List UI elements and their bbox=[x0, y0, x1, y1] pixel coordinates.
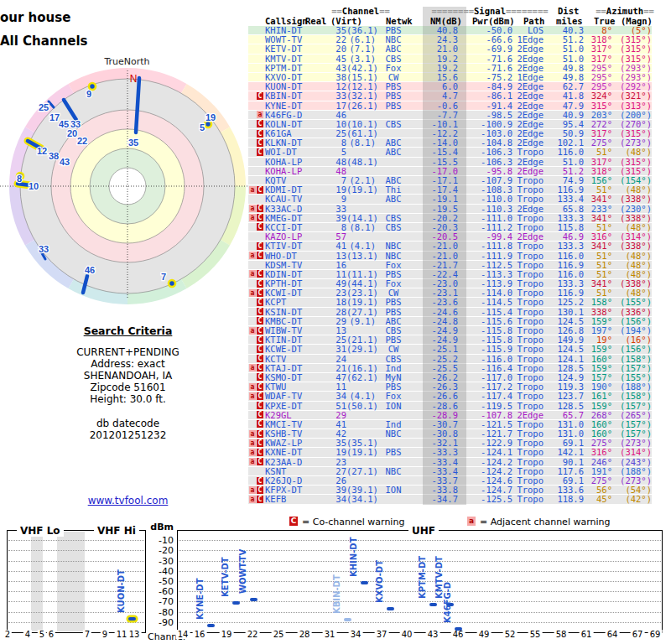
cell-pa: 2Edge bbox=[513, 138, 544, 147]
cell-azimuth-magn: (338°) bbox=[615, 214, 652, 222]
cell-nm: -24.9 bbox=[411, 326, 466, 335]
cell-azimuth-true: 338° bbox=[585, 308, 615, 316]
table-row[interactable]: aCKEFB34(34.1)-34.7-125.5Tropo118.945°(4… bbox=[248, 495, 652, 504]
cell-re: 8 bbox=[310, 223, 346, 231]
co-channel-warning-icon: C bbox=[257, 223, 263, 231]
cell-re: 24 bbox=[310, 355, 346, 363]
cell-nm: -33.7 bbox=[411, 476, 466, 485]
station-signal-marker[interactable] bbox=[128, 617, 136, 621]
cell-azimuth-true: 160° bbox=[585, 429, 615, 438]
table-row[interactable]: KYNE-DT17(26.1)PBS-0.6-91.42Edge47.9315°… bbox=[248, 101, 652, 111]
polar-title: our house bbox=[0, 10, 254, 25]
cell-pw: -112.5 bbox=[466, 261, 513, 269]
cell-pa: 2Edge bbox=[513, 129, 544, 138]
cell-nm: -20.3 bbox=[411, 223, 466, 231]
cell-pa: Tropo bbox=[513, 486, 544, 494]
table-row[interactable]: KETV-DT20(7.1)ABC21.0-69.92Edge51.0317°(… bbox=[248, 44, 652, 54]
station-signal-marker[interactable] bbox=[232, 601, 240, 605]
cell-mi: 124.1 bbox=[544, 355, 585, 363]
cell-nm: -23.6 bbox=[411, 298, 466, 306]
table-row[interactable]: CWOI-DT5ABC-15.4-106.3Tropo116.051°(48°) bbox=[248, 148, 652, 157]
cell-re: 22 bbox=[310, 35, 346, 44]
cell-pa: Tropo bbox=[513, 476, 544, 485]
station-signal-label: KXVO-DT bbox=[375, 560, 385, 603]
cell-azimuth-magn: (293°) bbox=[615, 64, 652, 72]
criteria-line: Zipcode 51601 bbox=[4, 382, 252, 393]
station-signal-marker[interactable] bbox=[250, 598, 257, 601]
station-signal-marker[interactable] bbox=[387, 607, 394, 610]
adjacent-channel-warning-icon: a bbox=[249, 392, 256, 400]
cell-mi: 69.1 bbox=[544, 476, 585, 485]
cell-nw: NBC bbox=[376, 252, 411, 260]
station-signal-marker[interactable] bbox=[429, 603, 437, 606]
station-signal-marker[interactable] bbox=[361, 581, 368, 584]
criteria-line: Address: exact bbox=[4, 358, 252, 370]
cell-pa: Tropo bbox=[513, 223, 544, 231]
cell-re: 42 bbox=[310, 429, 346, 438]
cell-pa: 2Edge bbox=[513, 232, 544, 241]
co-channel-warning-icon: C bbox=[257, 477, 263, 485]
co-channel-warning-icon: C bbox=[257, 364, 263, 371]
station-signal-label: KPTM-DT bbox=[418, 556, 428, 599]
cell-re: 47 bbox=[310, 373, 346, 382]
cell-nw: Fox bbox=[376, 392, 411, 400]
polar-radar-chart: N93525174533202212384381051933467 bbox=[0, 67, 254, 304]
cell-mi: 133.6 bbox=[544, 486, 585, 494]
table-row[interactable]: CKCWE-DT31(29.1)CW-25.1-115.9Tropo124.51… bbox=[248, 345, 652, 354]
cell-pw: -113.3 bbox=[466, 270, 513, 278]
cell-cs: KOHA-LP bbox=[265, 167, 310, 175]
cell-pa: Tropo bbox=[513, 392, 544, 400]
table-row[interactable]: CKTIV-DT41(4.1)NBC-21.0-111.8Tropo133.33… bbox=[248, 242, 652, 251]
co-channel-warning-icon: C bbox=[257, 270, 263, 278]
warning-flags bbox=[248, 64, 265, 72]
table-row[interactable]: aCKXNE-DT19(19.1)PBS-33.3-124.1Tropo142.… bbox=[248, 448, 652, 457]
adjacent-channel-warning-icon: a bbox=[249, 205, 256, 212]
station-signal-marker[interactable] bbox=[207, 624, 215, 627]
table-row[interactable]: CKPXE-DT51(50.1)ION-28.6-119.5Tropo128.5… bbox=[248, 402, 652, 411]
cell-nm: 40.8 bbox=[411, 26, 466, 34]
warning-flags: C bbox=[248, 420, 265, 428]
cell-pw: -121.5 bbox=[466, 420, 513, 428]
cell-azimuth-magn: (200°) bbox=[615, 111, 652, 119]
cell-pa: Tropo bbox=[513, 439, 544, 447]
table-row[interactable]: KCAU-TV9ABC-19.1-110.0Tropo133.4341°(338… bbox=[248, 195, 652, 204]
cell-nw: PBS bbox=[376, 101, 411, 110]
co-channel-warning-icon: C bbox=[257, 439, 263, 447]
station-signal-marker[interactable] bbox=[344, 618, 351, 621]
warning-flags bbox=[248, 467, 265, 475]
cell-mi: 95.4 bbox=[544, 120, 585, 128]
cell-pw: -124.7 bbox=[466, 486, 513, 494]
station-marker-dot[interactable] bbox=[169, 280, 175, 287]
cell-pa: Tropo bbox=[513, 176, 544, 184]
cell-azimuth-magn: (315°) bbox=[615, 158, 652, 166]
table-row[interactable]: CKCPT18(19.1)PBS-23.6-114.5Tropo125.2158… bbox=[248, 298, 652, 307]
cell-vi bbox=[346, 355, 376, 363]
table-row[interactable]: CKBIN-DT33(32.1)PBS4.7-86.12Edge41.8324°… bbox=[248, 91, 652, 101]
cell-vi: (3.1) bbox=[346, 55, 376, 63]
cell-mi: 62.7 bbox=[544, 82, 585, 91]
warning-flags bbox=[248, 82, 265, 91]
channel-tick-label: 16 bbox=[193, 630, 207, 639]
cell-pw: -111.9 bbox=[466, 252, 513, 260]
cell-azimuth-magn: (230°) bbox=[615, 205, 652, 213]
table-row[interactable]: aCWDAF-TV34(4.1)Fox-26.6-117.4Tropo123.7… bbox=[248, 392, 652, 401]
cell-azimuth-magn: (48°) bbox=[615, 252, 652, 260]
tvfool-link[interactable]: www.tvfool.com bbox=[88, 495, 169, 506]
cell-pw: -111.0 bbox=[466, 214, 513, 222]
dist-group-header: Dist bbox=[558, 7, 579, 16]
warning-flags: aC bbox=[248, 288, 265, 297]
warning-flags: aC bbox=[248, 185, 265, 194]
channel-tick-label: 40 bbox=[400, 630, 414, 639]
table-row[interactable]: aCWHO-DT13(13.1)NBC-21.0-111.9Tropo116.0… bbox=[248, 252, 652, 261]
warning-flags: C bbox=[248, 279, 265, 288]
cell-pa: Tropo bbox=[513, 448, 544, 456]
cell-azimuth-true: 161° bbox=[585, 392, 615, 400]
adjacent-channel-legend-text: = Adjacent channel warning bbox=[480, 517, 611, 527]
cell-azimuth-true: 341° bbox=[585, 279, 615, 288]
dbm-tick-label: -60 bbox=[148, 586, 174, 597]
station-signal-marker[interactable] bbox=[455, 627, 462, 631]
cell-vi: (10.1) bbox=[346, 120, 376, 128]
cell-pw: -91.4 bbox=[466, 101, 513, 110]
cell-nm: 6.0 bbox=[411, 82, 466, 91]
cell-azimuth-true: 159° bbox=[585, 364, 615, 372]
